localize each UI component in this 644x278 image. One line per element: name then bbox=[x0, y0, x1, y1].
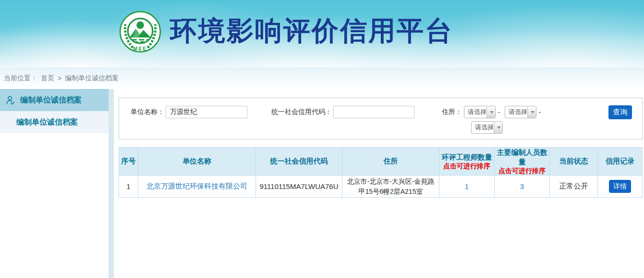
sidebar-subitem-archive[interactable]: 编制单位诚信档案 bbox=[0, 111, 109, 133]
cell-address: 北京市-北京市-大兴区-金苑路甲15号6幢2层A215室 bbox=[342, 176, 439, 198]
chevron-down-icon[interactable] bbox=[486, 106, 496, 118]
search-panel: 单位名称： 统一社会信用代码： 住所： 请选择 - 请选择 - 查询 bbox=[119, 98, 643, 139]
sidebar-subitem-label: 编制单位诚信档案 bbox=[16, 117, 78, 127]
credit-code-input[interactable] bbox=[333, 106, 414, 118]
cell-index: 1 bbox=[119, 176, 138, 198]
address-label: 住所： bbox=[442, 108, 462, 116]
chevron-down-icon[interactable] bbox=[494, 122, 503, 133]
breadcrumb-label: 当前位置： bbox=[4, 74, 37, 83]
search-button[interactable]: 查询 bbox=[608, 105, 632, 119]
col-header-address: 住所 bbox=[342, 148, 439, 176]
sidebar: 编制单位诚信档案 编制单位诚信档案 bbox=[0, 89, 109, 278]
detail-button[interactable]: 详情 bbox=[609, 180, 631, 193]
page-body: 编制单位诚信档案 编制单位诚信档案 单位名称： 统一社会信用代码： 住所： 请选… bbox=[0, 89, 644, 278]
address-separator-2: - bbox=[539, 108, 541, 116]
cell-status: 正常公开 bbox=[550, 176, 598, 198]
table-row: 1 北京万源世纪环保科技有限公司 91110115MA7LWUA76U 北京市-… bbox=[119, 176, 643, 198]
col-header-staff-count-sort[interactable]: 主要编制人员数量 点击可进行排序 bbox=[495, 148, 550, 176]
breadcrumb: 当前位置： 首页 > 编制单位诚信档案 bbox=[0, 67, 644, 89]
col-header-company-name: 单位名称 bbox=[138, 148, 256, 176]
mee-logo-text: MEE bbox=[134, 46, 147, 51]
mee-logo-icon: MEE bbox=[118, 10, 162, 54]
sidebar-item-label: 编制单位诚信档案 bbox=[20, 95, 82, 105]
col-header-credit-record: 信用记录 bbox=[598, 148, 643, 176]
table-header-row: 序号 单位名称 统一社会信用代码 住所 环评工程师数量 点击可进行排序 主要编制… bbox=[119, 148, 643, 176]
main-content: 单位名称： 统一社会信用代码： 住所： 请选择 - 请选择 - 查询 bbox=[114, 89, 644, 278]
breadcrumb-home-link[interactable]: 首页 bbox=[41, 74, 54, 83]
cell-credit-code: 91110115MA7LWUA76U bbox=[256, 176, 342, 198]
col-header-credit-code: 统一社会信用代码 bbox=[256, 148, 342, 176]
chevron-down-icon[interactable] bbox=[527, 106, 536, 118]
company-name-label: 单位名称： bbox=[131, 108, 164, 116]
address-city-select[interactable]: 请选择 bbox=[505, 106, 536, 118]
results-table: 序号 单位名称 统一社会信用代码 住所 环评工程师数量 点击可进行排序 主要编制… bbox=[119, 147, 643, 198]
company-name-input[interactable] bbox=[166, 106, 247, 118]
sidebar-item-archive-group[interactable]: 编制单位诚信档案 bbox=[0, 89, 109, 111]
sort-hint-label: 点击可进行排序 bbox=[496, 166, 548, 175]
page-title: 环境影响评价信用平台 bbox=[170, 13, 453, 50]
app-header: MEE 环境影响评价信用平台 bbox=[0, 0, 644, 67]
breadcrumb-separator: > bbox=[58, 75, 61, 82]
col-header-engineer-count-sort[interactable]: 环评工程师数量 点击可进行排序 bbox=[439, 148, 495, 176]
company-name-link[interactable]: 北京万源世纪环保科技有限公司 bbox=[146, 182, 247, 190]
credit-code-label: 统一社会信用代码： bbox=[271, 108, 332, 116]
search-row-1: 单位名称： 统一社会信用代码： 住所： 请选择 - 请选择 - 查询 bbox=[119, 105, 642, 119]
col-header-index: 序号 bbox=[119, 148, 138, 176]
engineer-count-link[interactable]: 1 bbox=[465, 182, 469, 190]
address-province-select[interactable]: 请选择 bbox=[464, 106, 496, 118]
sort-hint-label: 点击可进行排序 bbox=[440, 162, 493, 170]
address-separator-1: - bbox=[498, 108, 500, 116]
address-district-select[interactable]: 请选择 bbox=[471, 121, 503, 134]
sidebar-divider bbox=[109, 89, 114, 278]
search-row-2: 请选择 bbox=[119, 121, 642, 134]
breadcrumb-current: 编制单位诚信档案 bbox=[65, 74, 119, 83]
user-check-icon bbox=[5, 95, 16, 106]
col-header-status: 当前状态 bbox=[550, 148, 598, 176]
staff-count-link[interactable]: 3 bbox=[520, 182, 524, 190]
